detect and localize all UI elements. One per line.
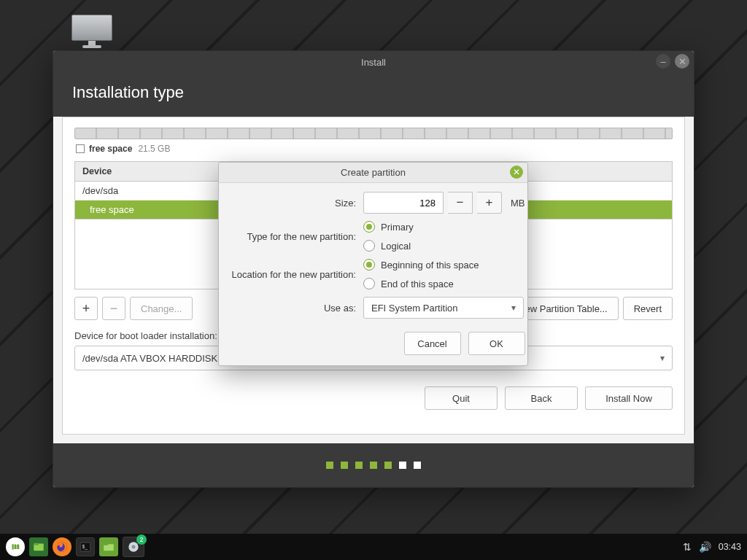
use-as-select[interactable]: EFI System Partition ▾ bbox=[363, 297, 524, 319]
revert-button[interactable]: Revert bbox=[623, 297, 673, 320]
chevron-down-icon: ▾ bbox=[511, 303, 516, 313]
use-as-value: EFI System Partition bbox=[371, 303, 457, 314]
chevron-down-icon: ▾ bbox=[660, 353, 665, 363]
radio-end[interactable]: End of this space bbox=[363, 278, 525, 289]
file-manager-icon[interactable] bbox=[29, 537, 48, 556]
legend-swatch bbox=[76, 144, 85, 153]
step-dot bbox=[370, 462, 377, 469]
radio-icon bbox=[363, 278, 375, 289]
window-title: Install bbox=[361, 57, 386, 68]
add-partition-button[interactable]: + bbox=[74, 297, 98, 320]
radio-logical[interactable]: Logical bbox=[363, 240, 525, 252]
window-close-button[interactable]: ✕ bbox=[675, 54, 689, 69]
volume-icon[interactable]: 🔊 bbox=[699, 541, 711, 553]
files-icon[interactable] bbox=[99, 537, 118, 556]
dialog-close-button[interactable]: ✕ bbox=[510, 166, 523, 179]
radio-icon bbox=[363, 221, 375, 233]
size-increment-button[interactable]: + bbox=[477, 192, 502, 214]
legend-free-space: free space 21.5 GB bbox=[76, 144, 671, 154]
svg-rect-7 bbox=[104, 543, 108, 545]
clock[interactable]: 03:43 bbox=[719, 542, 741, 552]
remove-partition-button[interactable]: − bbox=[102, 297, 125, 320]
svg-point-9 bbox=[132, 545, 136, 549]
firefox-icon[interactable] bbox=[53, 537, 71, 556]
use-as-label: Use as: bbox=[231, 303, 356, 314]
size-decrement-button[interactable]: − bbox=[448, 192, 473, 214]
wizard-footer: Quit Back Install Now bbox=[74, 386, 673, 410]
radio-end-label: End of this space bbox=[381, 279, 454, 289]
radio-beginning[interactable]: Beginning of this space bbox=[363, 259, 525, 271]
svg-rect-2 bbox=[34, 543, 39, 545]
step-dot bbox=[399, 462, 406, 469]
dialog-titlebar[interactable]: Create partition ✕ bbox=[219, 163, 527, 183]
size-label: Size: bbox=[231, 198, 356, 209]
cell-device: /dev/sda bbox=[75, 182, 231, 201]
network-icon[interactable]: ⇅ bbox=[683, 541, 692, 553]
partition-type-label: Type for the new partition: bbox=[231, 231, 356, 242]
step-dot bbox=[355, 462, 363, 469]
step-dot bbox=[384, 462, 392, 469]
taskbar-window-group[interactable]: 2 bbox=[123, 537, 144, 557]
step-dot bbox=[341, 462, 348, 469]
window-titlebar[interactable]: Install – ✕ bbox=[53, 51, 694, 73]
terminal-icon[interactable]: $_ bbox=[76, 537, 95, 556]
disk-usage-bar[interactable] bbox=[74, 128, 673, 139]
cell-device: free space bbox=[75, 201, 231, 219]
ok-button[interactable]: OK bbox=[468, 332, 525, 355]
install-now-button[interactable]: Install Now bbox=[585, 386, 673, 410]
back-button[interactable]: Back bbox=[505, 386, 578, 410]
radio-icon bbox=[363, 240, 375, 252]
step-dot bbox=[414, 462, 421, 469]
legend-free-label: free space bbox=[89, 144, 132, 154]
taskbar[interactable]: $_ 2 ⇅ 🔊 03:43 bbox=[0, 534, 747, 560]
window-minimize-button[interactable]: – bbox=[656, 54, 670, 69]
legend-free-size: 21.5 GB bbox=[138, 144, 170, 154]
radio-primary-label: Primary bbox=[381, 222, 414, 233]
system-tray: ⇅ 🔊 03:43 bbox=[683, 541, 741, 553]
quit-button[interactable]: Quit bbox=[425, 386, 498, 410]
size-input[interactable] bbox=[363, 192, 444, 214]
window-count-badge: 2 bbox=[136, 534, 147, 545]
location-label: Location for the new partition: bbox=[231, 269, 356, 280]
step-progress bbox=[53, 443, 694, 487]
radio-beginning-label: Beginning of this space bbox=[381, 260, 479, 271]
create-partition-dialog: Create partition ✕ Size: − + MB Type for… bbox=[218, 162, 528, 366]
cancel-button[interactable]: Cancel bbox=[404, 332, 461, 355]
size-unit: MB bbox=[511, 198, 525, 209]
col-device[interactable]: Device bbox=[75, 162, 231, 182]
start-menu-button[interactable] bbox=[6, 537, 25, 556]
radio-primary[interactable]: Primary bbox=[363, 221, 525, 233]
change-partition-button[interactable]: Change... bbox=[130, 297, 193, 320]
radio-icon bbox=[363, 259, 375, 271]
page-heading: Installation type bbox=[53, 73, 694, 117]
step-dot bbox=[326, 462, 333, 469]
svg-text:$_: $_ bbox=[82, 544, 88, 550]
desktop-computer-icon[interactable] bbox=[71, 15, 112, 48]
dialog-title: Create partition bbox=[341, 167, 406, 178]
radio-logical-label: Logical bbox=[381, 241, 411, 252]
